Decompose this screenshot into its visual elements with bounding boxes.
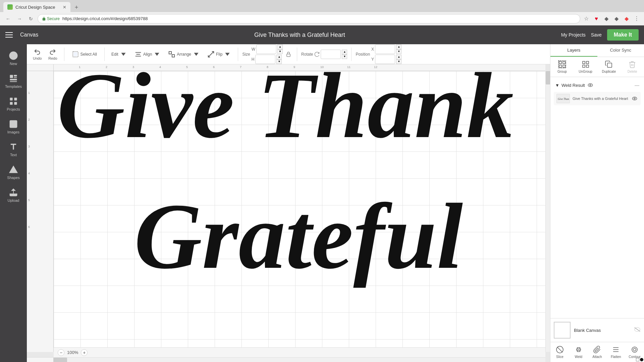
edit-button[interactable]: Edit	[109, 49, 130, 59]
tab-close-button[interactable]: ✕	[63, 5, 66, 10]
more-button[interactable]: ⋮	[633, 15, 641, 23]
attach-button[interactable]: Attach	[588, 342, 607, 362]
weld-result-visibility[interactable]	[587, 82, 594, 88]
flip-button[interactable]: Flip	[205, 49, 234, 59]
ungroup-button[interactable]: UnGroup	[574, 57, 597, 77]
svg-rect-28	[563, 65, 565, 67]
select-all-button[interactable]: Select All	[68, 49, 100, 60]
ruler-corner	[27, 64, 54, 71]
sidebar-item-projects[interactable]: Projects	[0, 93, 27, 115]
save-button[interactable]: Save	[591, 32, 602, 38]
ruler-bottom-corner	[27, 357, 54, 362]
duplicate-button[interactable]: Duplicate	[597, 57, 621, 77]
x-up[interactable]: ▲	[396, 45, 401, 49]
position-field-group: Position X ▲ ▼ Y	[356, 45, 401, 64]
layers-content: ▼ Weld Result — Give Thanks	[550, 77, 644, 318]
delete-button[interactable]: Delete	[621, 57, 644, 77]
layer-visibility-icon[interactable]	[631, 96, 638, 101]
zoom-in-button[interactable]: +	[81, 349, 88, 356]
layer-group-header[interactable]: ▼ Weld Result —	[554, 80, 641, 90]
svg-rect-25	[559, 61, 561, 64]
layer-item-weld[interactable]: Give Thanks Give Thanks with a Grateful …	[554, 92, 641, 105]
rotate-input[interactable]	[321, 50, 341, 59]
undo-button[interactable]: Undo	[30, 47, 44, 62]
svg-rect-26	[563, 61, 565, 64]
back-button[interactable]: ←	[3, 14, 13, 23]
sidebar-item-templates[interactable]: Templates	[0, 70, 27, 92]
svg-rect-5	[14, 77, 17, 78]
blank-canvas-thumbnail[interactable]	[554, 322, 571, 339]
sidebar-new-label: New	[10, 62, 17, 66]
ruler-v-3: 3	[28, 145, 30, 148]
zoom-bar: − 100% +	[54, 347, 545, 357]
align-button[interactable]: Align	[132, 49, 164, 59]
sidebar-item-shapes[interactable]: Shapes	[0, 162, 27, 183]
height-down[interactable]: ▼	[276, 59, 282, 64]
svg-rect-24	[287, 54, 290, 57]
secure-label: Secure	[47, 16, 60, 21]
sidebar-item-images[interactable]: Images	[0, 116, 27, 137]
width-input[interactable]	[256, 45, 276, 54]
ruler-h-6: 6	[213, 65, 215, 69]
ruler-h-10: 10	[320, 65, 324, 69]
svg-rect-11	[14, 102, 17, 105]
ext-icon-1[interactable]: ◆	[602, 15, 610, 23]
slice-button[interactable]: Slice	[550, 342, 569, 362]
width-down[interactable]: ▼	[277, 49, 283, 54]
address-bar[interactable]: Secure https://design.cricut.com/#/desig…	[38, 14, 580, 23]
ruler-h-3: 3	[132, 65, 134, 69]
y-input[interactable]	[375, 55, 395, 64]
redo-button[interactable]: Redo	[46, 47, 60, 62]
tab-title: Cricut Design Space	[15, 5, 55, 10]
x-down[interactable]: ▼	[396, 49, 401, 54]
canvas-text-line1: Give Thank	[57, 71, 514, 150]
sidebar-item-upload[interactable]: Upload	[0, 184, 27, 206]
hamburger-menu[interactable]	[5, 29, 16, 40]
height-up[interactable]: ▲	[276, 55, 282, 59]
flatten-button[interactable]: Flatten	[606, 342, 625, 362]
ruler-h-7: 7	[240, 65, 241, 69]
lock-ratio-icon[interactable]	[285, 51, 291, 57]
rotate-up[interactable]: ▲	[342, 50, 347, 54]
ext-icon-3[interactable]: ◆	[623, 15, 631, 23]
pinterest-icon[interactable]: ♥	[592, 15, 600, 23]
zoom-out-button[interactable]: −	[58, 349, 64, 356]
zoom-level-text: 100%	[67, 350, 78, 355]
group-button[interactable]: Group	[550, 57, 574, 77]
sidebar-projects-label: Projects	[7, 107, 20, 111]
width-up[interactable]: ▲	[277, 45, 283, 49]
app-header: Canvas Give Thanks with a Grateful Heart…	[0, 25, 644, 44]
ruler-v-1: 1	[28, 91, 30, 95]
refresh-button[interactable]: ↻	[26, 14, 36, 23]
svg-rect-27	[559, 65, 561, 67]
blank-canvas-visibility[interactable]	[634, 327, 641, 334]
horizontal-scrollbar[interactable]	[54, 357, 545, 362]
sidebar-item-text[interactable]: Text	[0, 139, 27, 160]
my-projects-button[interactable]: My Projects	[561, 32, 586, 38]
bookmark-button[interactable]: ☆	[582, 15, 590, 23]
svg-point-38	[632, 97, 637, 100]
forward-button[interactable]: →	[15, 14, 24, 23]
make-it-button[interactable]: Make It	[607, 29, 639, 41]
panel-action-bar: Group UnGroup Duplicate Delete	[550, 57, 644, 77]
svg-rect-34	[607, 63, 612, 67]
tab-layers[interactable]: Layers	[550, 44, 597, 57]
rotate-down[interactable]: ▼	[342, 54, 347, 59]
vertical-scrollbar[interactable]	[545, 71, 550, 352]
height-input[interactable]	[255, 55, 275, 64]
ext-icon-2[interactable]: ◆	[612, 15, 621, 23]
arrange-button[interactable]: Arrange	[165, 49, 203, 59]
weld-result-collapse[interactable]: —	[635, 82, 639, 88]
y-down[interactable]: ▼	[396, 59, 401, 64]
ruler-h-5: 5	[186, 65, 188, 69]
x-input[interactable]	[375, 45, 395, 54]
canvas-text-line2: Grateful	[134, 192, 463, 281]
tab-color-sync[interactable]: Color Sync	[597, 44, 644, 57]
sidebar-item-new[interactable]: New	[0, 48, 27, 69]
canvas-area[interactable]: Give Thank Grateful	[54, 71, 545, 352]
ruler-h-11: 11	[347, 65, 351, 69]
active-tab[interactable]: Cricut Design Space ✕	[3, 2, 70, 12]
weld-button[interactable]: Weld	[569, 342, 588, 362]
new-tab-button[interactable]: +	[72, 3, 81, 12]
y-up[interactable]: ▲	[396, 55, 401, 59]
